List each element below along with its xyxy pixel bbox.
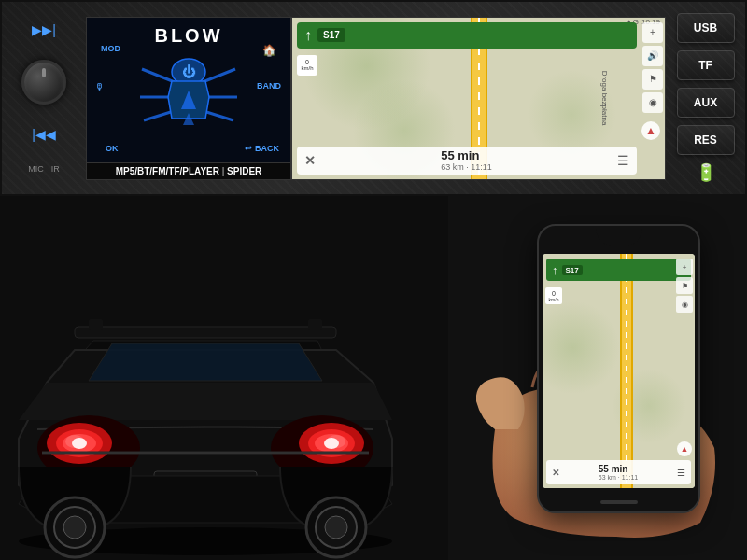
layer-icon[interactable]: ◉ [642,92,663,113]
phone-terrain [543,254,695,488]
phone-nav-header: ↑ S17 [546,259,691,281]
prev-icon: |◀◀ [32,127,56,142]
usb-button[interactable]: USB [677,13,735,43]
nav-time-info: 55 min 63 km · 11:11 [441,148,492,172]
svg-rect-14 [308,319,322,330]
phone-home-bar [600,500,638,504]
nav-menu-icon[interactable]: ☰ [617,153,629,168]
center-display: BLOW MOD 🏠 🎙 BAND OK ↩ BACK [86,17,291,180]
phone-nav-arrow: ↑ [552,263,558,277]
next-icon: ▶▶| [32,22,56,37]
svg-point-26 [324,438,339,449]
volume-knob[interactable] [21,60,66,105]
road-name-label: Droga bezpłatna [600,71,609,126]
svg-text:⏻: ⏻ [182,64,196,79]
product-specs: MP5/BT/FM/TF/PLAYER [116,166,219,176]
mod-label[interactable]: MOD [101,44,120,53]
tf-button[interactable]: TF [677,50,735,80]
phone-time: 55 min [599,464,638,474]
band-label[interactable]: BAND [257,81,281,91]
phone-compass: ▲ [677,441,692,456]
nav-route-header: ↑ S17 [297,22,637,49]
mic-ir-area: MIC IR [28,164,60,174]
mic-label: MIC [28,164,44,174]
phone-zoom-button[interactable]: + [676,259,693,275]
phone-device: ↑ S17 + ⚑ ◉ 0 km/h ▲ ✕ [537,224,700,513]
zoom-in-button[interactable]: + [642,22,663,43]
home-icon[interactable]: 🏠 [262,44,276,57]
compass-icon: ▲ [641,121,660,140]
bottom-section: ↑ S17 + ⚑ ◉ 0 km/h ▲ ✕ [0,196,747,560]
left-panel: ▶▶| |◀◀ MIC IR [2,2,86,194]
route-badge: S17 [317,28,345,42]
nav-close-button[interactable]: ✕ [304,153,316,168]
navigation-screen: ▲G 10:19 0 km/h ↑ S17 Droga bezpłatna ▲ … [291,17,666,180]
prev-track-button[interactable]: |◀◀ [32,127,56,142]
phone-speed: 0 km/h [545,287,562,304]
svg-point-39 [325,516,347,539]
right-panel: USB TF AUX RES 🔋 [666,2,745,194]
nav-flag-icon[interactable]: ⚑ [642,69,663,90]
phone-nav-icon2[interactable]: ⚑ [676,277,693,294]
volume-icon[interactable]: 🔊 [642,46,663,66]
svg-point-36 [63,516,86,539]
microphone-icon: 🎙 [94,81,105,92]
back-button[interactable]: ↩ BACK [245,144,279,153]
battery-indicator: 🔋 [696,162,716,183]
svg-rect-12 [75,327,336,338]
phone-menu[interactable]: ☰ [677,468,685,478]
car-image [0,196,448,560]
phone-container: ↑ S17 + ⚑ ◉ 0 km/h ▲ ✕ [476,224,719,541]
phone-speed-val: 0 [552,290,556,297]
nav-eta: 55 min [441,148,492,162]
phone-eta: 55 min 63 km · 11:11 [599,464,638,481]
aux-button[interactable]: AUX [677,88,735,118]
phone-nav-icons: + ⚑ ◉ [676,259,693,313]
phone-screen: ↑ S17 + ⚑ ◉ 0 km/h ▲ ✕ [543,254,695,488]
speed-value: 0 [305,59,309,65]
product-label: MP5/BT/FM/TF/PLAYER | SPIDER [87,162,290,179]
phone-distance: 63 km · 11:11 [599,474,638,481]
phone-nav-icon3[interactable]: ◉ [676,296,693,313]
ok-button[interactable]: OK [106,144,119,153]
nav-icon-buttons: + 🔊 ⚑ ◉ [642,22,663,113]
product-model: SPIDER [227,166,261,176]
nav-direction-arrow: ↑ [304,27,312,44]
brand-name: BLOW [154,25,222,47]
phone-speed-unit: km/h [549,297,559,302]
radio-unit: ▶▶| |◀◀ MIC IR BLOW MOD 🏠 🎙 BAND OK ↩ BA… [0,0,747,196]
spider-logo: ⏻ [133,46,245,158]
phone-route-badge: S17 [562,265,583,275]
nav-info-bar: ✕ 55 min 63 km · 11:11 ☰ [297,147,637,175]
nav-distance: 63 km · 11:11 [441,162,492,172]
speed-unit: km/h [301,65,313,71]
svg-rect-13 [89,319,103,330]
next-track-button[interactable]: ▶▶| [32,22,56,37]
svg-point-20 [72,438,87,449]
res-button[interactable]: RES [677,125,735,155]
phone-nav-bottom: ✕ 55 min 63 km · 11:11 ☰ [546,460,691,484]
phone-road-line [626,254,627,488]
ir-label: IR [51,164,60,174]
speed-indicator: 0 km/h [297,55,317,76]
phone-notch [596,226,642,246]
phone-close-btn[interactable]: ✕ [552,468,559,478]
